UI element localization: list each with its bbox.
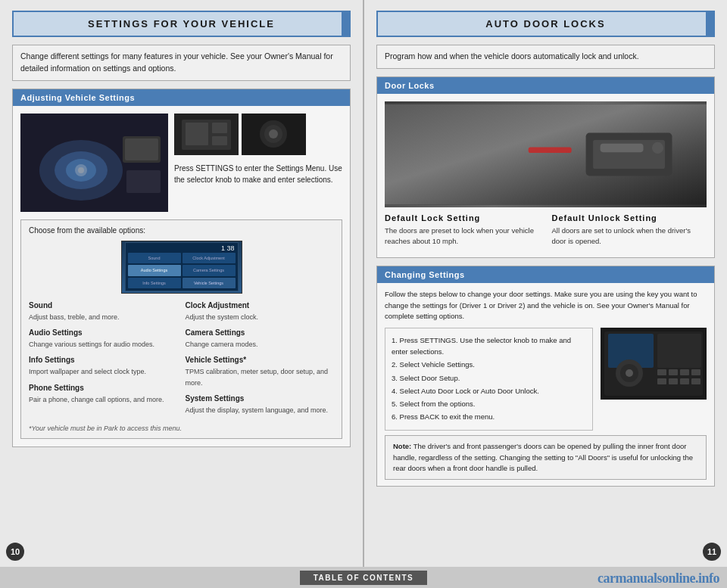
opt-system-title: System Settings [186,393,335,405]
left-page: SETTINGS FOR YOUR VEHICLE Change differe… [0,0,363,567]
watermark: carmanualsonline.info [598,571,719,586]
svg-rect-37 [669,378,678,384]
options-list: Sound Adjust bass, treble, and more. Aud… [29,300,334,421]
page-number-left: 10 [6,543,24,561]
svg-point-23 [652,142,663,154]
default-lock-title: Default Lock Setting [385,213,540,222]
opt-audio-title: Audio Settings [29,327,178,339]
opt-camera-desc: Change camera modes. [186,339,335,350]
door-locks-section: Door Locks [376,76,715,259]
side-image-1 [174,114,239,155]
step-3: 3. Select Door Setup. [392,372,586,384]
menu-clock: Clock Adjustment [183,253,236,263]
right-page: AUTO DOOR LOCKS Program how and when the… [364,0,727,567]
svg-rect-38 [680,378,689,384]
adjusting-header: Adjusting Vehicle Settings [13,89,350,106]
bottom-bar: TABLE OF CONTENTS carmanualsonline.info [0,567,727,588]
default-unlock-desc: All doors are set to unlock when the dri… [552,226,707,247]
opt-vehicle-desc: TPMS calibration, meter setup, door setu… [186,366,335,388]
svg-rect-13 [212,136,227,145]
svg-rect-35 [691,369,700,375]
default-lock-desc: The doors are preset to lock when your v… [385,226,540,247]
svg-rect-34 [680,369,689,375]
opt-system-desc: Adjust the display, system language, and… [186,405,335,415]
door-locks-header: Door Locks [377,77,714,94]
step-1: 1. Press SETTINGS. Use the selector knob… [392,334,586,357]
opt-vehicle-title: Vehicle Settings* [186,354,335,366]
right-page-title: AUTO DOOR LOCKS [387,18,704,30]
svg-rect-32 [657,369,666,375]
default-unlock-title: Default Unlock Setting [552,213,707,222]
steps-list: 1. Press SETTINGS. Use the selector knob… [385,328,593,431]
svg-rect-39 [691,378,700,384]
svg-point-31 [626,369,633,377]
footnote: *Your vehicle must be in Park to access … [29,425,334,432]
note-label: Note: [393,442,411,450]
menu-sound: Sound [128,253,181,263]
menu-info: Info Settings [128,278,181,288]
opt-phone-title: Phone Settings [29,382,178,394]
car-dashboard-image [20,114,168,212]
toc-button[interactable]: TABLE OF CONTENTS [300,571,428,585]
menu-camera: Camera Settings [183,265,236,275]
svg-rect-33 [669,369,678,375]
step-5: 5. Select from the options. [392,398,586,409]
opt-sound-title: Sound [29,300,178,312]
opt-info-desc: Import wallpaper and select clock type. [29,366,178,377]
svg-rect-22 [601,144,644,152]
svg-rect-6 [126,170,161,193]
svg-rect-36 [657,378,666,384]
step-4: 4. Select Auto Door Lock or Auto Door Un… [392,385,586,397]
opt-audio-desc: Change various settings for audio modes. [29,339,178,350]
svg-rect-5 [125,138,158,160]
menu-audio: Audio Settings [128,265,181,275]
opt-info-title: Info Settings [29,354,178,366]
choose-options-box: Choose from the available options: 1 38 … [20,219,342,440]
press-caption: Press SETTINGS to enter the Settings Men… [174,160,342,212]
choose-text: Choose from the available options: [29,226,334,235]
door-image [385,101,707,207]
note-box: Note: The driver's and front passenger's… [385,435,707,480]
changing-intro: Follow the steps below to change your do… [385,289,707,322]
svg-rect-24 [529,147,572,153]
left-page-title: SETTINGS FOR YOUR VEHICLE [23,18,340,30]
opt-sound-desc: Adjust bass, treble, and more. [29,312,178,322]
note-text: The driver's and front passenger's doors… [393,442,693,472]
opt-phone-desc: Pair a phone, change call options, and m… [29,394,178,405]
right-intro: Program how and when the vehicle doors a… [376,45,715,69]
control-panel-image [601,328,707,400]
step-6: 6. Press BACK to exit the menu. [392,411,586,422]
door-settings: Default Lock Setting The doors are prese… [385,213,707,247]
side-image-2 [242,114,306,155]
adjusting-section: Adjusting Vehicle Settings [12,89,351,448]
svg-point-8 [78,167,84,173]
step-2: 2. Select Vehicle Settings. [392,359,586,370]
menu-vehicle: Vehicle Settings [183,278,236,288]
opt-camera-title: Camera Settings [186,327,335,339]
svg-rect-12 [212,123,227,133]
svg-point-17 [269,129,278,138]
changing-settings-section: Changing Settings Follow the steps below… [376,266,715,487]
page-number-right: 11 [703,543,721,561]
svg-rect-28 [657,334,701,368]
settings-screen: 1 38 Sound Clock Adjustment Audio Settin… [121,241,242,294]
left-intro: Change different settings for many featu… [12,45,351,81]
opt-clock-title: Clock Adjustment [186,300,335,312]
opt-clock-desc: Adjust the system clock. [186,312,335,322]
svg-rect-11 [186,123,208,145]
changing-settings-header: Changing Settings [377,266,714,283]
steps-area: 1. Press SETTINGS. Use the selector knob… [385,328,707,431]
side-images [174,114,342,155]
